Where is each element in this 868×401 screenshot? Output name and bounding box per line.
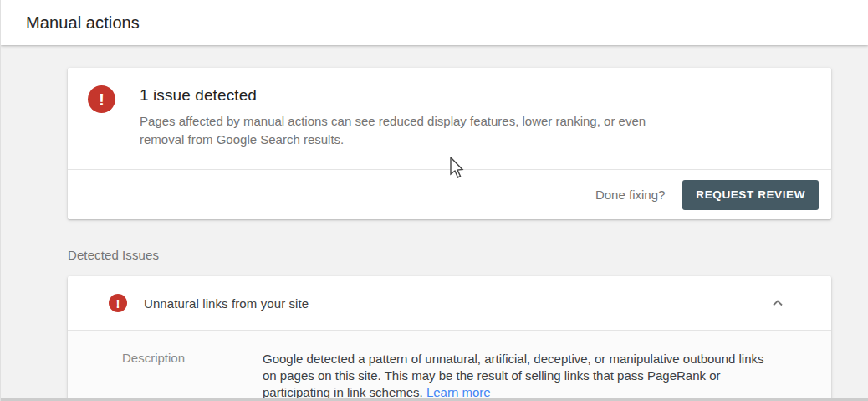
issue-detail-row: Description Google detected a pattern of… [68, 331, 831, 401]
description-text: Google detected a pattern of unnatural, … [263, 351, 764, 401]
page-title: Manual actions [26, 13, 140, 33]
error-icon: ! [88, 85, 115, 113]
issue-count-heading: 1 issue detected [140, 85, 675, 105]
issue-summary-card: ! 1 issue detected Pages affected by man… [68, 68, 831, 219]
issue-summary-text: 1 issue detected Pages affected by manua… [140, 85, 675, 149]
chevron-up-icon[interactable] [771, 296, 784, 310]
description-body: Google detected a pattern of unnatural, … [263, 352, 764, 399]
app-header: Manual actions [1, 0, 868, 45]
issue-summary-description: Pages affected by manual actions can see… [140, 112, 675, 149]
issue-summary-body: ! 1 issue detected Pages affected by man… [68, 68, 831, 170]
summary-action-bar: Done fixing? REQUEST REVIEW [68, 170, 831, 219]
error-icon: ! [109, 294, 127, 312]
learn-more-link[interactable]: Learn more [426, 385, 491, 399]
request-review-button[interactable]: REQUEST REVIEW [682, 180, 819, 210]
description-label: Description [122, 351, 263, 401]
main-content: ! 1 issue detected Pages affected by man… [68, 45, 831, 401]
issue-title: Unnatural links from your site [144, 296, 771, 311]
issue-row-header[interactable]: ! Unnatural links from your site [68, 276, 831, 331]
detected-issues-label: Detected Issues [68, 248, 831, 262]
issue-card: ! Unnatural links from your site Descrip… [68, 276, 831, 401]
done-fixing-label: Done fixing? [595, 188, 665, 202]
